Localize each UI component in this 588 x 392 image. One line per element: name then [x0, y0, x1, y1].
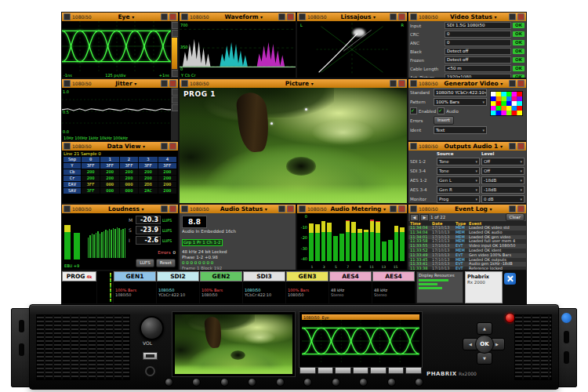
panel-settings-icon[interactable] [161, 13, 168, 20]
panel-menu-icon[interactable] [410, 80, 417, 87]
insert-errors-button[interactable]: Insert [434, 116, 454, 125]
panel-close-icon[interactable] [169, 80, 176, 87]
loudness-reset-button[interactable]: Reset [156, 259, 176, 267]
usb-port[interactable] [143, 352, 158, 360]
input-tab[interactable]: GEN2 [200, 271, 242, 281]
dpad-up-button[interactable]: ▲ [477, 322, 492, 335]
input-tab[interactable]: GEN1 [114, 271, 156, 281]
front-panel-button[interactable] [276, 378, 285, 387]
audio-checkbox[interactable] [437, 107, 445, 114]
panel-close-icon[interactable] [287, 205, 294, 212]
input-tab[interactable]: AES4 [329, 271, 372, 281]
input-tab[interactable]: PROG4k [62, 271, 96, 281]
front-panel-button[interactable] [332, 378, 340, 387]
front-panel-button[interactable] [359, 378, 368, 387]
panel-close-icon[interactable] [398, 80, 405, 87]
panel-settings-icon[interactable] [390, 205, 397, 212]
tool-icon[interactable] [172, 89, 178, 96]
outputs-select[interactable]: Gen L▾ [437, 176, 480, 184]
panel-menu-icon[interactable] [410, 143, 417, 150]
menu-key[interactable] [388, 367, 405, 374]
outputs-select[interactable]: -18dB▾ [481, 186, 524, 194]
pattern-select[interactable]: 100% Bars▾ [434, 98, 487, 106]
panel-menu-icon[interactable] [410, 13, 417, 20]
enabled-checkbox[interactable] [410, 107, 417, 114]
panel-menu-icon[interactable] [64, 80, 71, 87]
panel-header[interactable]: 1080i50 Generator Video ▾ [408, 79, 526, 88]
panel-menu-icon[interactable] [64, 143, 71, 150]
panel-menu-icon[interactable] [181, 13, 188, 20]
menu-key[interactable] [335, 367, 351, 374]
panel-header[interactable]: 1080i50 Event Log ▾ [408, 205, 526, 213]
panel-close-icon[interactable] [398, 13, 405, 20]
panel-settings-icon[interactable] [278, 205, 285, 212]
ident-select[interactable]: Text▾ [434, 126, 487, 134]
panel-header[interactable]: 1080i50 Eye ▾ [62, 13, 178, 21]
log-next-button[interactable]: ▶ [420, 214, 429, 221]
outputs-select[interactable]: Off▾ [481, 158, 524, 165]
outputs-select[interactable]: 0 dB▾ [481, 195, 524, 203]
panel-settings-icon[interactable] [278, 13, 285, 20]
panel-settings-icon[interactable] [509, 13, 516, 20]
menu-key[interactable] [299, 367, 316, 374]
tool-icon[interactable] [172, 30, 178, 37]
panel-header[interactable]: 1080i50 Video Status ▾ [408, 13, 526, 21]
panel-close-icon[interactable] [517, 205, 524, 212]
panel-menu-icon[interactable] [64, 13, 71, 20]
panel-header[interactable]: 1080i50 Waveform ▾ [180, 13, 296, 21]
front-panel-button[interactable] [165, 378, 173, 387]
panel-settings-icon[interactable] [161, 205, 168, 212]
panel-settings-icon[interactable] [161, 143, 168, 150]
front-panel-button[interactable] [248, 378, 256, 387]
panel-close-icon[interactable] [169, 143, 176, 150]
panel-close-icon[interactable] [517, 143, 524, 150]
tool-icon[interactable] [172, 22, 178, 29]
panel-header[interactable]: 1080i50 Audio Metering ▾ [297, 205, 407, 213]
panel-menu-icon[interactable] [299, 13, 306, 20]
panel-close-icon[interactable] [287, 13, 294, 20]
dpad-down-button[interactable]: ▼ [477, 352, 492, 365]
panel-header[interactable]: 1080i50 Picture ▾ [180, 79, 407, 88]
panel-header[interactable]: 1080i50 Data View ▾ [62, 142, 178, 151]
volume-knob[interactable] [140, 316, 164, 340]
panel-header[interactable]: 1080i50 Jitter ▾ [62, 79, 178, 88]
front-panel-button[interactable] [415, 378, 423, 387]
menu-key[interactable] [318, 367, 334, 374]
outputs-select[interactable]: Prog▾ [437, 195, 480, 203]
front-panel-button[interactable] [303, 378, 312, 387]
panel-header[interactable]: 1080i50 Loudness ▾ [62, 205, 178, 213]
menu-key[interactable] [353, 367, 369, 374]
panel-settings-icon[interactable] [509, 143, 516, 150]
tool-icon[interactable] [172, 104, 178, 111]
panel-close-icon[interactable] [517, 13, 524, 20]
log-clear-button[interactable]: Clear [506, 213, 524, 221]
panel-header[interactable]: 1080i50 Lissajous ▾ [297, 13, 407, 21]
panel-menu-icon[interactable] [299, 205, 306, 212]
panel-menu-icon[interactable] [410, 205, 417, 212]
input-tab[interactable]: AES4 [372, 271, 415, 281]
outputs-select[interactable]: Tone▾ [437, 158, 480, 165]
front-panel-button[interactable] [387, 378, 396, 387]
panel-menu-icon[interactable] [181, 80, 188, 87]
menu-key[interactable] [405, 367, 422, 374]
headphone-jack[interactable] [145, 366, 155, 376]
input-tab[interactable]: SDI2 [157, 271, 199, 281]
input-tab[interactable]: SDI3 [243, 271, 285, 281]
ok-button[interactable]: OK [475, 335, 494, 354]
outputs-select[interactable]: Tone▾ [437, 167, 480, 175]
outputs-select[interactable]: -18dB▾ [481, 176, 524, 184]
tool-icon[interactable] [172, 96, 178, 103]
input-tab[interactable]: GEN3 [286, 271, 328, 281]
front-panel-button[interactable] [192, 378, 201, 387]
outputs-select[interactable]: Gen R▾ [437, 186, 480, 194]
panel-close-icon[interactable] [169, 13, 176, 20]
tool-icon[interactable] [172, 70, 178, 77]
standard-select[interactable]: 1080i50 YCbCr:422:10▾ [434, 89, 487, 96]
panel-close-icon[interactable] [169, 205, 176, 212]
panel-header[interactable]: 1080i50 Audio Status ▾ [180, 205, 296, 213]
panel-settings-icon[interactable] [390, 13, 397, 20]
panel-close-icon[interactable] [517, 80, 524, 87]
front-panel-button[interactable] [220, 378, 229, 387]
lufs-mode-button[interactable]: LUFS [136, 259, 154, 267]
panel-close-icon[interactable] [398, 205, 405, 212]
